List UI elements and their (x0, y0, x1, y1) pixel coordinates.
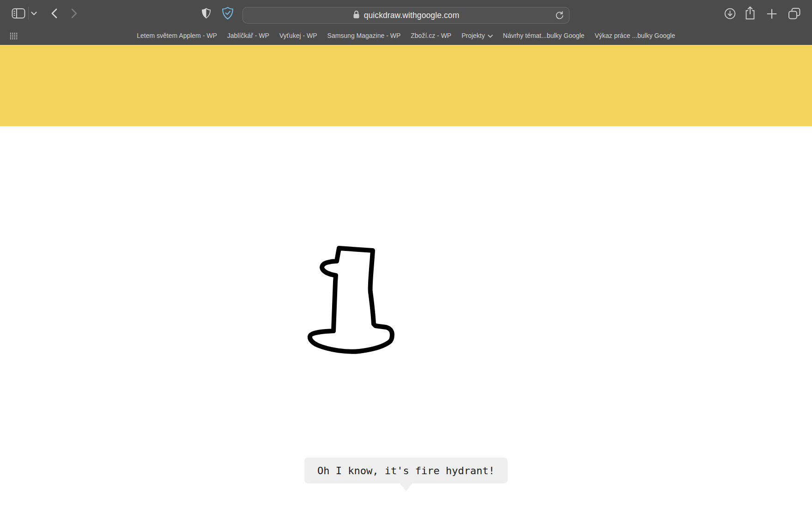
browser-chrome: quickdraw.withgoogle.com (0, 0, 812, 45)
sidebar-toggle-button[interactable] (11, 7, 26, 19)
chevron-down-icon (31, 12, 37, 16)
bookmark-item[interactable]: Samsung Magazine - WP (327, 32, 401, 39)
back-icon (51, 8, 57, 18)
back-button[interactable] (50, 8, 58, 19)
chevron-down-icon (488, 32, 493, 39)
download-icon (724, 8, 736, 19)
bookmark-item[interactable]: Výkaz práce ...bulky Google (594, 32, 675, 39)
shield-check-icon (222, 6, 234, 20)
plus-icon (767, 9, 777, 19)
url-text: quickdraw.withgoogle.com (364, 11, 460, 20)
privacy-shield-icon (201, 7, 211, 19)
tab-group-menu-button[interactable] (30, 11, 37, 16)
ai-guess-bubble: Oh I know, it's fire hydrant! (304, 458, 508, 483)
lock-icon (353, 10, 360, 21)
bookmark-folder-projekty[interactable]: Projekty (461, 32, 493, 39)
address-bar[interactable]: quickdraw.withgoogle.com (242, 7, 570, 24)
reload-button[interactable] (554, 11, 564, 21)
tab-overview-button[interactable] (788, 7, 801, 20)
yellow-banner (0, 45, 812, 126)
tab-overview-icon (788, 7, 801, 20)
new-tab-button[interactable] (766, 8, 777, 19)
bookmark-items: Letem světem Applem - WP Jablíčkář - WP … (0, 26, 812, 44)
browser-toolbar: quickdraw.withgoogle.com (0, 0, 812, 26)
content-blocker-extension-button[interactable] (222, 6, 234, 20)
share-icon (744, 6, 756, 20)
address-bar-content: quickdraw.withgoogle.com (353, 10, 460, 21)
bubble-tail (399, 483, 413, 491)
bookmark-item[interactable]: Letem světem Applem - WP (137, 32, 217, 39)
bookmark-item[interactable]: Zboží.cz - WP (411, 32, 451, 39)
ai-guess-text: Oh I know, it's fire hydrant! (317, 465, 495, 476)
bookmark-item[interactable]: Vyťukej - WP (279, 32, 317, 39)
drawing-canvas[interactable] (300, 240, 402, 362)
privacy-report-button[interactable] (201, 7, 211, 19)
downloads-button[interactable] (724, 7, 736, 19)
toolbar-divider (28, 7, 29, 19)
sketch-stroke (310, 248, 392, 352)
sidebar-toggle-icon (12, 8, 25, 19)
bookmark-item[interactable]: Jablíčkář - WP (227, 32, 269, 39)
bookmark-item[interactable]: Návrhy témat...bulky Google (503, 32, 585, 39)
share-button[interactable] (744, 6, 757, 20)
forward-button[interactable] (70, 8, 79, 19)
forward-icon (71, 8, 78, 18)
reload-icon (555, 11, 564, 20)
bookmarks-bar: Letem světem Applem - WP Jablíčkář - WP … (0, 26, 812, 45)
web-page-content: Oh I know, it's fire hydrant! (0, 45, 812, 507)
bookmark-folder-label: Projekty (461, 32, 485, 39)
